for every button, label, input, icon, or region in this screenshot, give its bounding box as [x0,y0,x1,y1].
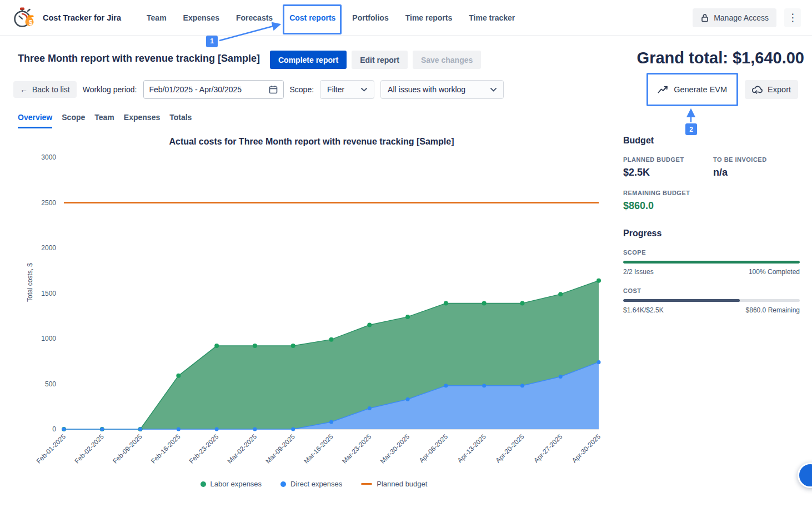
complete-report-button[interactable]: Complete report [270,51,347,69]
annotation-step-2-badge: 2 [685,123,697,135]
scope-filter-dropdown[interactable]: Filter [320,80,374,99]
svg-text:Apr-13-2025: Apr-13-2025 [456,433,488,464]
page-root: $ Cost Tracker for Jira Team Expenses Fo… [0,0,812,507]
generate-evm-button[interactable]: Generate EVM 2 [652,80,733,99]
nav-item-cost-reports-label: Cost reports [289,13,335,22]
scope-issues-count: 2/2 Issues [623,268,654,276]
legend-dot-marker [201,481,206,487]
issues-scope-dropdown[interactable]: All issues with worklog [380,80,504,99]
svg-text:$: $ [29,18,33,26]
svg-text:Actual costs for Three Month r: Actual costs for Three Month report with… [169,137,454,146]
nav-item-expenses[interactable]: Expenses [183,13,219,22]
save-changes-button[interactable]: Save changes [413,51,481,69]
legend-item-labor-expenses[interactable]: Labor expenses [201,480,262,488]
export-label: Export [768,85,791,94]
svg-text:Mar-23-2025: Mar-23-2025 [340,433,373,465]
svg-text:Apr-20-2025: Apr-20-2025 [494,433,525,464]
scope-progress-fill [623,261,800,264]
annotation-step-2-arrow [688,108,694,123]
scope-progress-bar [623,261,800,264]
svg-text:1000: 1000 [41,335,56,342]
cost-progress-stats: $1.64K/$2.5K $860.0 Remaining [623,306,800,314]
topbar-right: Manage Access ⋮ [693,8,801,27]
cost-remaining-value: $860.0 Remaining [746,306,800,314]
remaining-budget-value: $860.0 [623,200,800,212]
svg-text:Feb-23-2025: Feb-23-2025 [188,433,220,465]
svg-text:Apr-27-2025: Apr-27-2025 [532,433,564,464]
grand-total: Grand total: $1,640.00 [637,49,804,67]
svg-text:2500: 2500 [41,199,56,207]
nav-item-forecasts[interactable]: Forecasts [236,13,273,22]
planned-budget-label: PLANNED BUDGET [623,156,713,163]
main-nav: Team Expenses Forecasts Cost reports 1 P… [147,13,515,22]
chart-legend: Labor expensesDirect expensesPlanned bud… [6,480,622,488]
back-arrow-icon: ← [20,85,28,94]
generate-evm-label: Generate EVM [674,85,727,94]
manage-access-label: Manage Access [714,13,769,22]
tab-expenses[interactable]: Expenses [124,113,160,128]
budget-sidebar: Budget PLANNED BUDGET $2.5K TO BE INVOIC… [623,136,800,314]
legend-item-direct-expenses[interactable]: Direct expenses [280,480,342,488]
annotation-step-1-badge: 1 [206,36,218,47]
planned-budget-value: $2.5K [623,167,713,178]
chart-panel: 050010001500200025003000Feb-01-2025Feb-0… [6,132,622,499]
scope-completed-pct: 100% Completed [749,268,800,276]
tab-scope[interactable]: Scope [62,113,85,128]
svg-text:Apr-06-2025: Apr-06-2025 [418,433,449,464]
svg-text:Mar-02-2025: Mar-02-2025 [226,433,259,465]
export-button[interactable]: Export [745,80,798,99]
page-title: Three Month report with revenue tracking… [18,53,260,64]
chevron-down-icon [361,88,367,92]
legend-item-planned-budget[interactable]: Planned budget [361,480,427,488]
cost-progress-label: COST [623,287,800,294]
cost-progress-bar [623,299,800,302]
nav-item-time-reports[interactable]: Time reports [405,13,453,22]
scope-label: Scope: [290,85,314,94]
svg-text:Mar-09-2025: Mar-09-2025 [264,433,297,465]
report-actions: Complete report Edit report Save changes [270,51,481,69]
report-tabs: Overview Scope Team Expenses Totals [18,113,192,128]
to-be-invoiced-stat: TO BE INVOICED n/a [713,156,800,178]
issues-scope-value: All issues with worklog [388,85,465,94]
app-logo-icon: $ [12,7,36,29]
evm-chart-icon [658,85,669,94]
svg-text:Mar-16-2025: Mar-16-2025 [302,433,335,465]
tab-overview[interactable]: Overview [18,113,52,128]
legend-label: Labor expenses [210,480,262,488]
tab-totals[interactable]: Totals [169,113,192,128]
back-to-list-button[interactable]: ← Back to list [13,81,77,98]
cost-progress-fill [623,299,740,302]
nav-item-portfolios[interactable]: Portfolios [352,13,388,22]
cloud-export-icon [752,86,763,94]
edit-report-button[interactable]: Edit report [352,51,408,69]
svg-text:Mar-30-2025: Mar-30-2025 [379,433,412,465]
scope-filter-value: Filter [327,85,344,94]
svg-text:1500: 1500 [41,290,56,297]
worklog-period-input[interactable]: Feb/01/2025 - Apr/30/2025 [143,80,284,99]
nav-item-team[interactable]: Team [147,13,167,22]
nav-item-time-tracker[interactable]: Time tracker [469,13,515,22]
to-be-invoiced-value: n/a [713,167,800,178]
scope-progress-label: SCOPE [623,249,800,256]
svg-text:500: 500 [45,380,56,388]
worklog-period-value: Feb/01/2025 - Apr/30/2025 [149,85,242,94]
chat-widget-button[interactable] [798,463,812,488]
nav-item-cost-reports[interactable]: Cost reports 1 [289,13,335,22]
budget-grid: PLANNED BUDGET $2.5K TO BE INVOICED n/a … [623,156,800,212]
svg-text:Feb-09-2025: Feb-09-2025 [111,433,144,465]
legend-dot-marker [280,481,286,487]
to-be-invoiced-label: TO BE INVOICED [713,156,800,163]
remaining-budget-stat: REMAINING BUDGET $860.0 [623,190,800,212]
chevron-down-icon [490,88,497,92]
calendar-icon[interactable] [269,85,278,94]
remaining-budget-label: REMAINING BUDGET [623,190,800,196]
tab-team[interactable]: Team [94,113,114,128]
planned-budget-stat: PLANNED BUDGET $2.5K [623,156,713,178]
svg-text:Apr-30-2025: Apr-30-2025 [570,433,602,464]
top-navigation-bar: $ Cost Tracker for Jira Team Expenses Fo… [0,0,812,36]
actual-costs-chart: 050010001500200025003000Feb-01-2025Feb-0… [6,132,622,477]
worklog-period-label: Worklog period: [83,85,137,94]
manage-access-button[interactable]: Manage Access [693,8,776,27]
legend-line-marker [361,483,372,485]
more-options-icon[interactable]: ⋮ [784,8,801,27]
